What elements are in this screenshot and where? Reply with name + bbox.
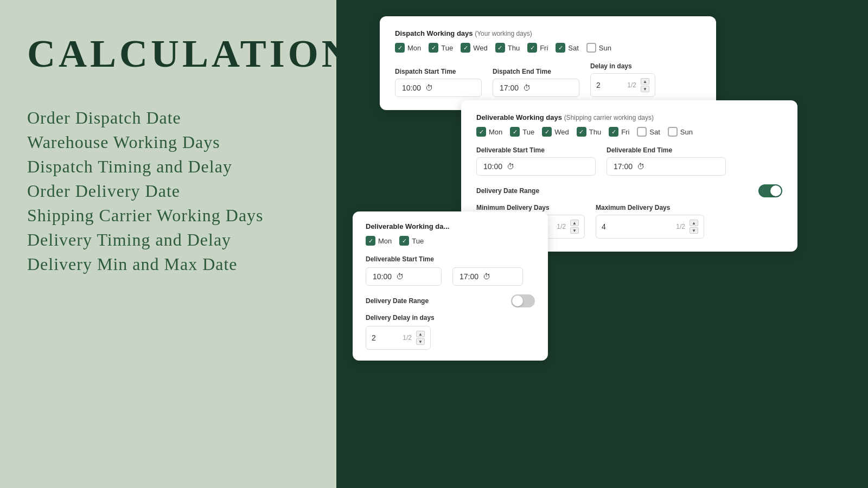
menu-item-6[interactable]: Delivery Timing and Delay (27, 230, 309, 250)
del-day-wed[interactable]: ✓ Wed (542, 127, 569, 137)
delivery-date-range-row: Delivery Date Range (476, 184, 782, 197)
bottom-card-title: Deliverable Working da... (366, 222, 535, 230)
bot-day-tue[interactable]: ✓ Tue (399, 236, 424, 246)
checkbox-fri[interactable]: ✓ (527, 43, 537, 53)
max-stepper-down[interactable]: ▼ (690, 227, 698, 234)
menu-item-4[interactable]: Order Delivery Date (27, 181, 309, 201)
dispatch-delay-label: Delay in days (590, 62, 655, 70)
del-day-sun[interactable]: Sun (668, 127, 693, 137)
checkbox-mon[interactable]: ✓ (395, 43, 405, 53)
del-day-label-fri: Fri (621, 128, 629, 136)
delivery-date-range-toggle[interactable] (758, 184, 782, 197)
bot-date-range-toggle[interactable] (511, 294, 535, 307)
max-days-value: 4 (602, 222, 672, 231)
left-panel: Calculations Order Dispatch Date Warehou… (0, 0, 336, 488)
bot-delay-label: Delivery Delay in days (366, 314, 535, 322)
max-stepper-up[interactable]: ▲ (690, 220, 698, 226)
card-dispatch: Dispatch Working days (Your working days… (380, 16, 716, 110)
bot-stepper-up[interactable]: ▲ (416, 331, 425, 337)
deliverable-card-title: Deliverable Working days (Shipping carri… (476, 113, 782, 121)
menu-item-7[interactable]: Delivery Min and Max Date (27, 254, 309, 274)
checkbox-sat[interactable]: ✓ (556, 43, 565, 53)
bot-day-mon[interactable]: ✓ Mon (366, 236, 392, 246)
del-checkbox-sat[interactable] (637, 127, 647, 137)
bot-clock-end: ⏱ (483, 272, 490, 281)
del-clock-icon-end: ⏱ (637, 162, 644, 171)
checkbox-wed[interactable]: ✓ (461, 43, 470, 53)
del-day-sat[interactable]: Sat (637, 127, 660, 137)
del-day-tue[interactable]: ✓ Tue (510, 127, 534, 137)
del-checkbox-thu[interactable]: ✓ (577, 127, 586, 137)
min-days-stepper[interactable]: ▲ ▼ (570, 220, 579, 234)
del-day-fri[interactable]: ✓ Fri (609, 127, 629, 137)
del-end-time-input[interactable]: 17:00 ⏱ (607, 157, 726, 176)
max-days-label: Maximum Delivery Days (596, 204, 704, 211)
day-label-fri: Fri (540, 44, 548, 52)
bot-day-label-tue: Tue (412, 237, 424, 245)
day-label-sun: Sun (599, 44, 611, 52)
menu-item-5[interactable]: Shipping Carrier Working Days (27, 206, 309, 226)
del-checkbox-wed[interactable]: ✓ (542, 127, 552, 137)
menu-list: Order Dispatch Date Warehouse Working Da… (27, 108, 309, 274)
del-end-time-value: 17:00 (614, 162, 633, 171)
bot-date-range-label: Delivery Date Range (366, 297, 429, 305)
day-label-mon: Mon (407, 44, 421, 52)
menu-item-3[interactable]: Dispatch Timing and Delay (27, 157, 309, 177)
dispatch-start-time-input[interactable]: 10:00 ⏱ (395, 79, 482, 97)
stepper-down[interactable]: ▼ (641, 86, 649, 92)
bottom-title-text: Deliverable Working da... (366, 222, 449, 230)
del-end-group: Deliverable End Time 17:00 ⏱ (607, 146, 726, 176)
del-start-time-input[interactable]: 10:00 ⏱ (476, 157, 596, 176)
checkbox-tue[interactable]: ✓ (429, 43, 438, 53)
right-panel: Dispatch Working days (Your working days… (336, 0, 868, 488)
dispatch-day-sat[interactable]: ✓ Sat (556, 43, 579, 53)
dispatch-start-group: Dispatch Start Time 10:00 ⏱ (395, 68, 482, 97)
max-days-stepper[interactable]: ▲ ▼ (690, 220, 698, 234)
dispatch-subtitle: (Your working days) (475, 30, 532, 37)
toggle-knob (770, 185, 781, 196)
dispatch-title-text: Dispatch Working days (395, 29, 473, 37)
bot-clock-start: ⏱ (396, 272, 404, 281)
dispatch-end-time-input[interactable]: 17:00 ⏱ (493, 79, 579, 97)
del-checkbox-fri[interactable]: ✓ (609, 127, 618, 137)
checkbox-thu[interactable]: ✓ (495, 43, 505, 53)
bot-end-time-input[interactable]: 17:00 ⏱ (452, 267, 523, 286)
del-day-label-tue: Tue (522, 128, 534, 136)
dispatch-day-fri[interactable]: ✓ Fri (527, 43, 548, 53)
stepper-up[interactable]: ▲ (641, 78, 649, 85)
dispatch-end-group: Dispatch End Time 17:00 ⏱ (493, 68, 579, 97)
min-stepper-down[interactable]: ▼ (570, 227, 579, 234)
del-day-thu[interactable]: ✓ Thu (577, 127, 601, 137)
dispatch-day-tue[interactable]: ✓ Tue (429, 43, 453, 53)
del-end-label: Deliverable End Time (607, 146, 726, 154)
dispatch-delay-stepper[interactable]: ▲ ▼ (641, 78, 649, 92)
min-days-label: Minimum Delivery Days (476, 204, 585, 211)
dispatch-day-mon[interactable]: ✓ Mon (395, 43, 421, 53)
dispatch-day-sun[interactable]: Sun (586, 43, 611, 53)
bot-end-time-val: 17:00 (459, 272, 478, 281)
dispatch-day-wed[interactable]: ✓ Wed (461, 43, 488, 53)
bot-stepper-down[interactable]: ▼ (416, 338, 425, 345)
del-day-mon[interactable]: ✓ Mon (476, 127, 502, 137)
bot-checkbox-tue[interactable]: ✓ (399, 236, 409, 246)
menu-item-1[interactable]: Order Dispatch Date (27, 108, 309, 128)
del-checkbox-mon[interactable]: ✓ (476, 127, 486, 137)
dispatch-end-label: Dispatch End Time (493, 68, 579, 75)
del-day-label-thu: Thu (589, 128, 601, 136)
min-stepper-up[interactable]: ▲ (570, 220, 579, 226)
checkbox-sun[interactable] (586, 43, 596, 53)
del-day-label-wed: Wed (554, 128, 569, 136)
menu-item-2[interactable]: Warehouse Working Days (27, 132, 309, 152)
bot-date-range-row: Delivery Date Range (366, 294, 535, 307)
dispatch-delay-frac: 1/2 (627, 81, 636, 89)
bot-start-time-label: Deliverable Start Time (366, 255, 535, 263)
del-checkbox-sun[interactable] (668, 127, 678, 137)
del-checkbox-tue[interactable]: ✓ (510, 127, 520, 137)
max-days-input[interactable]: 4 1/2 ▲ ▼ (596, 215, 704, 239)
bot-start-time-input[interactable]: 10:00 ⏱ (366, 267, 442, 286)
dispatch-delay-input[interactable]: 2 1/2 ▲ ▼ (590, 73, 655, 97)
bot-delay-stepper[interactable]: ▲ ▼ (416, 331, 425, 345)
bot-delay-input[interactable]: 2 1/2 ▲ ▼ (366, 326, 431, 350)
bot-checkbox-mon[interactable]: ✓ (366, 236, 375, 246)
dispatch-day-thu[interactable]: ✓ Thu (495, 43, 520, 53)
